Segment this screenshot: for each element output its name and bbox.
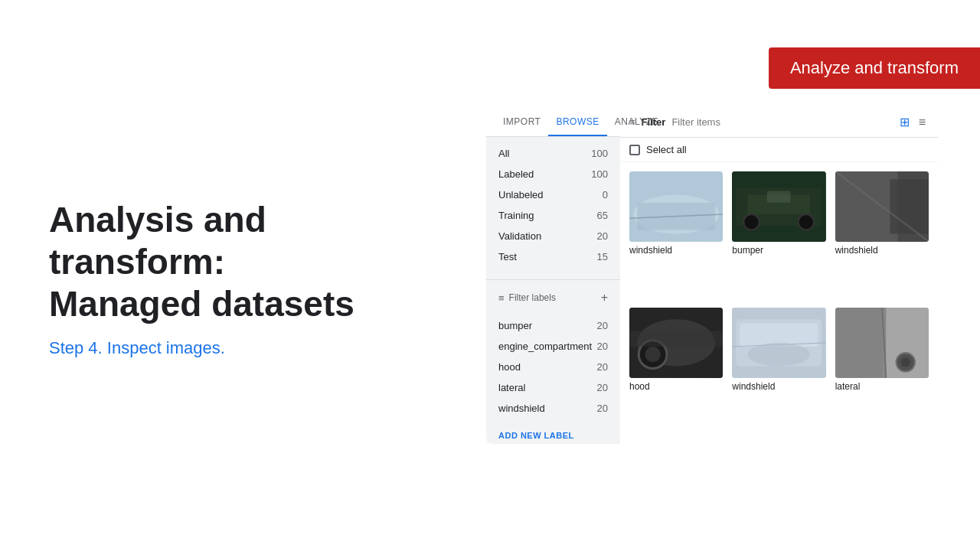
image-card-2[interactable]: windshield: [835, 171, 929, 298]
label-lateral: lateral: [498, 382, 525, 393]
sidebar-item-training[interactable]: Training 65: [486, 205, 620, 226]
filter-labels-text[interactable]: Filter labels: [509, 292, 596, 303]
sidebar-item-labeled[interactable]: Labeled 100: [486, 164, 620, 184]
select-all-text: Select all: [646, 144, 687, 155]
sidebar: IMPORT BROWSE ANALYZE All 100 Labeled 10…: [486, 107, 620, 444]
car-svg-3: [629, 308, 723, 378]
sidebar-item-lateral[interactable]: lateral 20: [486, 377, 620, 398]
sidebar-item-unlabeled-count: 0: [603, 189, 608, 201]
label-bumper: bumper: [498, 320, 532, 331]
image-thumb-2: [835, 171, 929, 242]
sidebar-item-test-count: 15: [597, 251, 608, 262]
image-label-2: windshield: [835, 245, 929, 256]
svg-point-23: [748, 343, 811, 367]
sidebar-item-engine-compartment[interactable]: engine_compartment 20: [486, 336, 620, 357]
main-title: Analysis and transform: Managed datasets: [49, 199, 447, 326]
car-svg-4: [732, 308, 825, 378]
sidebar-item-test-label: Test: [498, 251, 517, 262]
tabs: IMPORT BROWSE ANALYZE: [486, 107, 620, 137]
sidebar-item-unlabeled[interactable]: Unlabeled 0: [486, 184, 620, 205]
image-card-4[interactable]: windshield: [732, 308, 825, 435]
label-lateral-count: 20: [597, 382, 608, 393]
sidebar-item-unlabeled-label: Unlabeled: [498, 189, 544, 201]
sidebar-item-all[interactable]: All 100: [486, 143, 620, 164]
select-all-row: Select all: [620, 138, 938, 162]
sidebar-item-test[interactable]: Test 15: [486, 246, 620, 267]
label-items: bumper 20 engine_compartment 20 hood 20 …: [486, 309, 620, 425]
list-view-button[interactable]: ≡: [916, 113, 929, 131]
view-icons: ⊞ ≡: [897, 113, 929, 131]
image-label-1: bumper: [732, 245, 825, 256]
sidebar-item-validation[interactable]: Validation 20: [486, 226, 620, 246]
image-card-5[interactable]: lateral: [835, 308, 929, 435]
select-all-checkbox[interactable]: [629, 145, 640, 155]
label-hood-count: 20: [597, 361, 608, 373]
sidebar-item-bumper[interactable]: bumper 20: [486, 315, 620, 336]
sidebar-items: All 100 Labeled 100 Unlabeled 0 Training…: [486, 137, 620, 273]
sidebar-item-training-label: Training: [498, 210, 534, 221]
svg-rect-26: [835, 308, 886, 378]
image-card-1[interactable]: bumper: [732, 171, 825, 298]
sidebar-item-training-count: 65: [597, 210, 608, 221]
image-thumb-1: [732, 171, 825, 242]
image-thumb-5: [835, 308, 929, 378]
tab-browse[interactable]: BROWSE: [548, 107, 606, 136]
main-content: ≡ Filter ⊞ ≡ Select all: [620, 107, 938, 444]
image-card-3[interactable]: hood: [629, 308, 723, 435]
car-svg-0: [629, 171, 723, 242]
sidebar-item-validation-count: 20: [597, 230, 608, 242]
add-new-label-button[interactable]: ADD NEW LABEL: [486, 428, 620, 443]
car-svg-1: [732, 171, 825, 242]
svg-rect-9: [767, 191, 791, 202]
label-bumper-count: 20: [597, 320, 608, 331]
label-windshield-count: 20: [597, 403, 608, 414]
filter-icon: ≡: [498, 292, 505, 304]
sidebar-item-labeled-count: 100: [591, 168, 608, 180]
car-svg-5: [835, 308, 929, 378]
sidebar-item-hood[interactable]: hood 20: [486, 357, 620, 377]
filter-labels-row: ≡ Filter labels +: [486, 286, 620, 309]
left-content: Analysis and transform: Managed datasets…: [49, 199, 447, 358]
svg-rect-11: [835, 171, 898, 242]
add-label-plus-button[interactable]: +: [601, 291, 608, 305]
image-grid: windshield bumper: [620, 162, 938, 444]
svg-point-17: [645, 347, 660, 362]
title-line2: Managed datasets: [49, 284, 354, 324]
analyze-transform-badge: Analyze and transform: [769, 47, 980, 89]
image-label-5: lateral: [835, 381, 929, 392]
image-label-0: windshield: [629, 245, 723, 256]
step-label: Step 4. Inspect images.: [49, 338, 447, 358]
image-thumb-0: [629, 171, 723, 242]
tab-analyze[interactable]: ANALYZE: [607, 107, 666, 136]
content-header: ≡ Filter ⊞ ≡: [620, 107, 938, 138]
sidebar-item-labeled-label: Labeled: [498, 168, 534, 180]
svg-point-8: [799, 214, 814, 230]
svg-point-28: [900, 357, 910, 367]
sidebar-item-windshield[interactable]: windshield 20: [486, 398, 620, 419]
label-engine-compartment-count: 20: [597, 341, 608, 352]
dataset-panel: IMPORT BROWSE ANALYZE All 100 Labeled 10…: [486, 107, 938, 444]
label-engine-compartment: engine_compartment: [498, 341, 592, 352]
svg-point-7: [744, 214, 760, 230]
image-thumb-4: [732, 308, 825, 378]
grid-view-button[interactable]: ⊞: [897, 113, 913, 131]
sidebar-item-all-label: All: [498, 148, 509, 159]
label-windshield: windshield: [498, 403, 545, 414]
filter-input[interactable]: [671, 116, 890, 128]
sidebar-item-validation-label: Validation: [498, 230, 541, 242]
svg-rect-12: [890, 179, 929, 233]
car-svg-2: [835, 171, 929, 242]
title-line1: Analysis and transform:: [49, 200, 266, 282]
image-label-3: hood: [629, 381, 723, 392]
sidebar-item-all-count: 100: [591, 148, 608, 159]
sidebar-divider: [486, 279, 620, 280]
tab-import[interactable]: IMPORT: [495, 107, 548, 136]
image-label-4: windshield: [732, 381, 825, 392]
svg-rect-18: [629, 331, 723, 347]
label-hood: hood: [498, 361, 521, 373]
image-card-0[interactable]: windshield: [629, 171, 723, 298]
image-thumb-3: [629, 308, 723, 378]
